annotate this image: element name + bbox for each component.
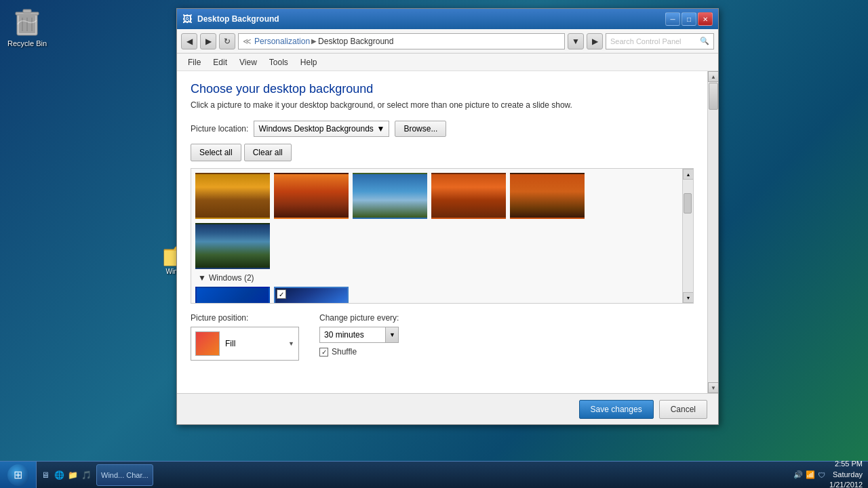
save-changes-button[interactable]: Save changes [579, 400, 654, 419]
image-grid: ▼ Windows (2) ⊞ ✓ [191, 169, 682, 303]
address-field[interactable]: ≪ Personalization ▶ Desktop Background [238, 33, 565, 49]
change-picture-control-group: Change picture every: 30 minutes ▼ ✓ Shu… [319, 313, 399, 357]
menu-view[interactable]: View [234, 56, 262, 69]
scroll-up-button[interactable]: ▲ [708, 71, 718, 82]
breadcrumb-personalization[interactable]: Personalization [254, 37, 310, 46]
landscape-row-top [195, 173, 678, 219]
volume-icon[interactable]: 🔊 [793, 470, 803, 479]
taskbar-app-window[interactable]: Wind... Char... [96, 464, 153, 486]
forward-button[interactable]: ▶ [200, 33, 216, 49]
image-thumb-1[interactable] [195, 173, 270, 219]
position-dropdown-arrow[interactable]: ▼ [288, 340, 294, 347]
windows-logo-icon: ⊞ [225, 299, 241, 304]
main-content: Choose your desktop background Click a p… [177, 71, 707, 393]
media-icon[interactable]: 🎵 [80, 469, 92, 481]
ie-icon[interactable]: 🌐 [53, 469, 65, 481]
position-value: Fill [225, 339, 283, 348]
clock[interactable]: 2:55 PM Saturday1/21/2012 [829, 459, 863, 488]
taskbar: ⊞ 🖥 🌐 📁 🎵 Wind... Char... 🔊 📶 🛡 2:55 PM … [0, 461, 868, 488]
windows-flag-icon: ⊞ [14, 468, 22, 481]
position-control-group: Picture position: Fill ▼ [191, 313, 299, 361]
position-dropdown[interactable]: Fill ▼ [191, 327, 299, 361]
change-picture-label: Change picture every: [319, 313, 399, 323]
page-subtitle: Click a picture to make it your desktop … [191, 100, 694, 110]
title-bar-buttons: ─ □ ✕ [665, 12, 713, 26]
network-icon[interactable]: 📶 [806, 470, 815, 479]
minimize-button[interactable]: ─ [665, 12, 680, 26]
change-picture-value[interactable]: 30 minutes [319, 327, 385, 343]
grid-scrollbar: ▲ ▼ [682, 169, 693, 303]
date-display: Saturday1/21/2012 [829, 470, 863, 488]
action-buttons: Select all Clear all [191, 144, 694, 161]
change-picture-arrow[interactable]: ▼ [385, 327, 399, 343]
start-orb: ⊞ [7, 464, 29, 486]
clear-all-button[interactable]: Clear all [244, 144, 292, 161]
location-value: Windows Desktop Backgrounds [258, 124, 373, 134]
taskbar-app-label: Wind... Char... [101, 471, 149, 479]
go-button[interactable]: ▶ [587, 33, 603, 49]
search-box[interactable]: Search Control Panel 🔍 [606, 33, 714, 49]
image-thumb-windows-logo[interactable]: ⊞ [195, 287, 270, 303]
refresh-button[interactable]: ↻ [219, 33, 235, 49]
grid-scroll-thumb[interactable] [684, 193, 692, 214]
address-bar: ◀ ▶ ↻ ≪ Personalization ▶ Desktop Backgr… [177, 29, 718, 54]
recycle-bin-icon[interactable]: Recycle Bin [7, 7, 47, 47]
image-thumb-blue-abstract[interactable]: ✓ [274, 287, 349, 303]
recycle-bin-label: Recycle Bin [7, 39, 47, 47]
restore-button[interactable]: □ [682, 12, 696, 26]
breadcrumb-chevron: ▶ [311, 37, 317, 45]
grid-scroll-down[interactable]: ▼ [683, 292, 694, 303]
select-all-button[interactable]: Select all [191, 144, 241, 161]
menu-tools[interactable]: Tools [264, 56, 294, 69]
time-display: 2:55 PM [829, 459, 863, 469]
back-button[interactable]: ◀ [181, 33, 197, 49]
image-thumb-2[interactable] [274, 173, 349, 219]
browse-button[interactable]: Browse... [395, 121, 446, 137]
address-dropdown-button[interactable]: ▼ [568, 33, 584, 49]
grid-scroll-up[interactable]: ▲ [683, 169, 694, 180]
taskbar-right: 🔊 📶 🛡 2:55 PM Saturday1/21/2012 [788, 459, 868, 488]
image-thumb-5[interactable] [510, 173, 585, 219]
shuffle-row: ✓ Shuffle [319, 347, 399, 357]
location-dropdown[interactable]: Windows Desktop Backgrounds ▼ [254, 121, 389, 137]
shuffle-label: Shuffle [332, 347, 357, 357]
scroll-thumb[interactable] [709, 83, 718, 110]
title-bar: 🖼 Desktop Background ─ □ ✕ [177, 9, 718, 29]
image-grid-container: ▼ Windows (2) ⊞ ✓ ▲ [191, 168, 694, 304]
show-desktop-icon[interactable]: 🖥 [39, 469, 52, 481]
location-row: Picture location: Windows Desktop Backgr… [191, 121, 694, 137]
collapse-icon[interactable]: ▼ [198, 273, 206, 283]
explorer-icon[interactable]: 📁 [66, 469, 79, 481]
cancel-button[interactable]: Cancel [659, 400, 707, 419]
scroll-track [708, 82, 718, 382]
system-tray: 🔊 📶 🛡 [793, 470, 825, 479]
dialog-footer: Save changes Cancel [177, 393, 718, 424]
image-thumb-4[interactable] [431, 173, 506, 219]
address-prefix-icon: ≪ [243, 37, 252, 46]
windows-section-label: ▼ Windows (2) [198, 273, 678, 283]
windows-row: ⊞ ✓ [195, 287, 678, 303]
location-label: Picture location: [191, 124, 248, 134]
menu-file[interactable]: File [182, 56, 206, 69]
menu-edit[interactable]: Edit [208, 56, 233, 69]
content-area: Choose your desktop background Click a p… [177, 71, 718, 393]
page-title: Choose your desktop background [191, 82, 694, 96]
menu-bar: File Edit View Tools Help [177, 54, 718, 71]
shuffle-checkbox[interactable]: ✓ [319, 348, 328, 357]
breadcrumb-current: Desktop Background [318, 37, 393, 46]
taskbar-quick-launch: 🖥 🌐 📁 🎵 [37, 469, 95, 481]
menu-help[interactable]: Help [295, 56, 323, 69]
image-thumb-sunset[interactable] [195, 223, 270, 269]
scroll-down-button[interactable]: ▼ [708, 382, 718, 393]
selected-checkmark: ✓ [277, 289, 286, 299]
position-value-area: Fill [225, 339, 283, 348]
start-button[interactable]: ⊞ [0, 462, 37, 489]
landscape-row-second [195, 223, 678, 269]
svg-rect-3 [23, 9, 31, 13]
position-preview [195, 331, 220, 356]
security-icon[interactable]: 🛡 [818, 471, 825, 479]
title-bar-icon: 🖼 [182, 14, 193, 24]
image-thumb-3[interactable] [353, 173, 427, 219]
close-button[interactable]: ✕ [698, 12, 713, 26]
location-dropdown-arrow: ▼ [377, 124, 385, 134]
